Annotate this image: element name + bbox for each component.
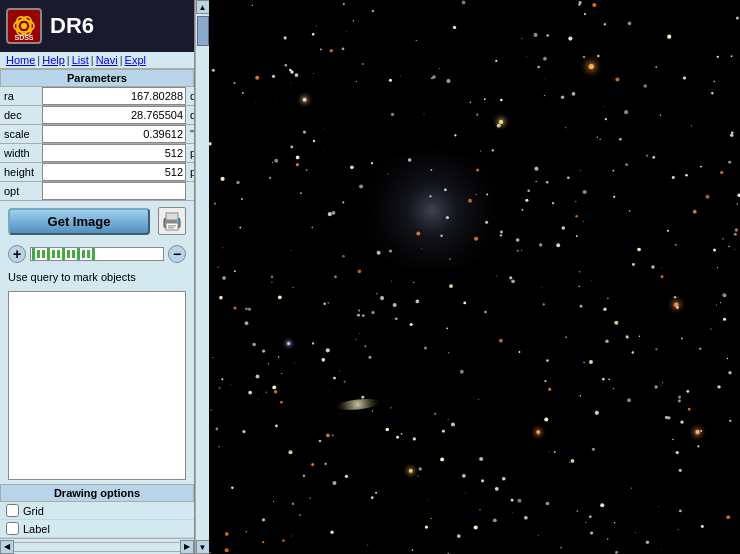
svg-rect-10 — [168, 227, 174, 229]
label-label: Label — [23, 523, 50, 535]
query-text: Use query to mark objects — [0, 267, 194, 287]
drawing-options-title: Drawing options — [0, 484, 194, 502]
param-label-opt: opt — [0, 183, 42, 199]
printer-icon[interactable] — [158, 207, 186, 235]
space-image-panel — [209, 0, 740, 554]
scroll-left-arrow[interactable]: ◀ — [0, 540, 14, 554]
scroll-down-arrow[interactable]: ▼ — [196, 540, 210, 554]
zoom-in-button[interactable]: + — [8, 245, 26, 263]
params-title: Parameters — [0, 69, 194, 87]
zoom-row: + − — [0, 241, 194, 267]
param-input-opt[interactable] — [42, 182, 186, 200]
param-unit-height: pix — [186, 164, 195, 180]
nav-home[interactable]: Home — [4, 54, 37, 66]
svg-text:SDSS: SDSS — [14, 34, 33, 41]
nav-list[interactable]: List — [70, 54, 91, 66]
space-canvas — [209, 0, 740, 554]
param-row-ra: ra deg — [0, 87, 194, 106]
param-row-scale: scale "/pix — [0, 125, 194, 144]
scroll-up-arrow[interactable]: ▲ — [196, 0, 210, 14]
svg-point-11 — [176, 220, 179, 223]
svg-rect-9 — [168, 225, 176, 227]
zoom-slider[interactable] — [30, 247, 164, 261]
param-input-dec[interactable] — [42, 106, 186, 124]
param-label-width: width — [0, 145, 42, 161]
param-input-ra[interactable] — [42, 87, 186, 105]
app-header: SDSS DR6 — [0, 0, 194, 52]
param-label-dec: dec — [0, 107, 42, 123]
param-unit-dec: deg — [186, 107, 195, 123]
param-label-scale: scale — [0, 126, 42, 142]
param-unit-scale: "/pix — [186, 126, 195, 142]
preview-box — [8, 291, 186, 480]
nav-expl[interactable]: Expl — [123, 54, 148, 66]
param-label-ra: ra — [0, 88, 42, 104]
param-unit-opt — [186, 189, 195, 193]
button-row: Get Image — [0, 201, 194, 241]
grid-checkbox[interactable] — [6, 504, 19, 517]
app-title: DR6 — [50, 13, 94, 39]
sdss-logo: SDSS — [6, 8, 42, 44]
param-unit-ra: deg — [186, 88, 195, 104]
nav-bar: Home| Help| List| Navi| Expl — [0, 52, 194, 69]
checkbox-row-grid: Grid — [0, 502, 194, 520]
param-label-height: height — [0, 164, 42, 180]
svg-rect-7 — [166, 213, 178, 220]
param-input-height[interactable] — [42, 163, 186, 181]
scroll-thumb[interactable] — [197, 16, 209, 46]
bottom-scrollbar[interactable]: ◀ ▶ — [0, 538, 194, 554]
drawing-options-section: Drawing options Grid Label — [0, 484, 194, 538]
param-input-width[interactable] — [42, 144, 186, 162]
vertical-scrollbar[interactable]: ▲ ▼ — [195, 0, 209, 554]
parameters-section: Parameters ra deg dec deg scale "/pix wi… — [0, 69, 194, 201]
param-unit-width: pix — [186, 145, 195, 161]
nav-navi[interactable]: Navi — [94, 54, 120, 66]
get-image-button[interactable]: Get Image — [8, 208, 150, 235]
zoom-out-button[interactable]: − — [168, 245, 186, 263]
checkbox-row-label: Label — [0, 520, 194, 538]
param-row-width: width pix — [0, 144, 194, 163]
scroll-right-arrow[interactable]: ▶ — [180, 540, 194, 554]
nav-help[interactable]: Help — [40, 54, 67, 66]
label-checkbox[interactable] — [6, 522, 19, 535]
grid-label: Grid — [23, 505, 44, 517]
param-row-dec: dec deg — [0, 106, 194, 125]
svg-point-4 — [21, 23, 27, 29]
param-row-opt: opt — [0, 182, 194, 201]
param-input-scale[interactable] — [42, 125, 186, 143]
param-row-height: height pix — [0, 163, 194, 182]
